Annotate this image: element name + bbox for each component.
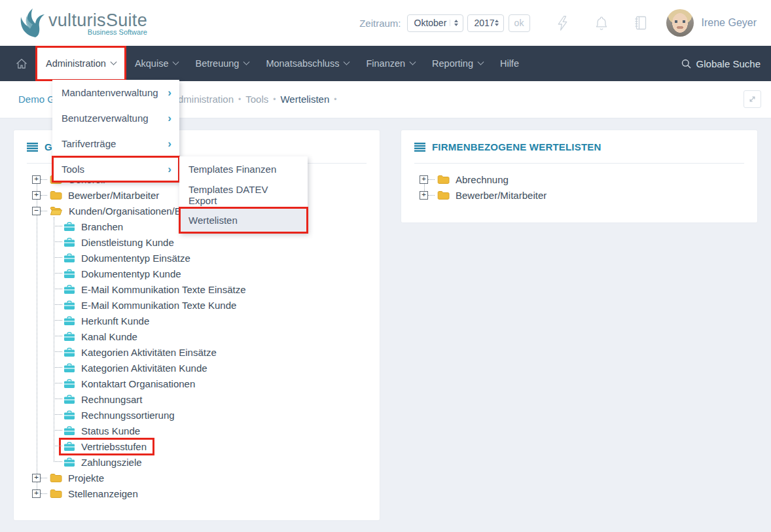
user-avatar[interactable] (666, 9, 694, 37)
tree-item-label[interactable]: Kontaktart Organisationen (81, 378, 195, 389)
nav-item-akquise[interactable]: Akquise (126, 46, 187, 81)
menu-item-tarifvertr-ge[interactable]: Tarifverträge› (52, 131, 179, 156)
tree-item-vertriebsstufen[interactable]: Vertriebsstufen (27, 438, 380, 454)
tree-item-abrechnung[interactable]: +Abrechnung (414, 171, 757, 187)
tree-item-herkunft-kunde[interactable]: Herkunft Kunde (27, 313, 380, 328)
tree-item-kategorien-aktivit-ten-kunde[interactable]: Kategorien Aktivitäten Kunde (27, 360, 380, 376)
app-logo[interactable]: vulturisSuite Business Software (17, 7, 147, 39)
tree-item-dokumententyp-eins-tze[interactable]: Dokumententyp Einsätze (27, 250, 380, 266)
tree-item-label[interactable]: E-Mail Kommunikation Texte Einsätze (81, 284, 246, 295)
tree-item-rechnungsart[interactable]: Rechnungsart (27, 391, 380, 407)
tree-item-e-mail-kommunikation-texte-eins-tze[interactable]: E-Mail Kommunikation Texte Einsätze (27, 281, 380, 297)
nav-item-hilfe[interactable]: Hilfe (492, 46, 528, 81)
user-name[interactable]: Irene Geyer (702, 17, 757, 29)
breadcrumb-item-tools[interactable]: Tools (245, 94, 268, 105)
submenu-item-templates-finanzen[interactable]: Templates Finanzen (179, 156, 308, 182)
folder-icon (50, 472, 62, 483)
tree-connector (41, 478, 47, 478)
tree-item-stellenanzeigen[interactable]: +Stellenanzeigen (27, 486, 380, 501)
tree-item-label[interactable]: Kanal Kunde (81, 331, 137, 342)
menu-item-benutzerverwaltung[interactable]: Benutzerverwaltung› (52, 105, 179, 131)
menu-item-tools[interactable]: Tools› (52, 156, 179, 182)
nav-item-administration[interactable]: Administration (35, 46, 126, 81)
tree-item-label[interactable]: Branchen (81, 221, 123, 232)
month-select-value: Oktober (414, 18, 447, 28)
folder-icon (437, 190, 450, 200)
list-icon (27, 143, 38, 152)
tree-item-status-kunde[interactable]: Status Kunde (27, 423, 380, 438)
nav-item-label: Administration (46, 58, 106, 69)
nav-item-monatsabschluss[interactable]: Monatsabschluss (257, 46, 357, 81)
chevron-right-icon: › (168, 87, 171, 98)
tree-item-label[interactable]: Status Kunde (81, 425, 140, 436)
ok-button[interactable]: ok (509, 14, 530, 32)
tree-item-label[interactable]: Dokumententyp Kunde (81, 268, 181, 279)
tree-item-label[interactable]: Zahlungsziele (81, 457, 142, 468)
menu-item-label: Templates Finanzen (188, 164, 276, 175)
chevron-right-icon: › (168, 164, 171, 175)
submenu-item-templates-datev-export[interactable]: Templates DATEV Export (179, 182, 308, 207)
tree-item-dienstleistung-kunde[interactable]: Dienstleistung Kunde (27, 234, 380, 250)
tree-item-rechnungssortierung[interactable]: Rechnungssortierung (27, 407, 380, 423)
breadcrumb-separator: • (273, 95, 276, 104)
nav-item-betreuung[interactable]: Betreuung (187, 46, 257, 81)
tree-item-label[interactable]: Dienstleistung Kunde (81, 237, 174, 248)
tree-connector (41, 179, 47, 180)
global-search-label: Globale Suche (696, 58, 761, 69)
menu-item-mandantenverwaltung[interactable]: Mandantenverwaltung› (52, 80, 179, 105)
tree-item-projekte[interactable]: +Projekte (27, 470, 380, 486)
tree-item-label[interactable]: Kategorien Aktivitäten Kunde (81, 363, 207, 374)
tree-item-label[interactable]: Abrechnung (456, 174, 509, 185)
nav-item-label: Finanzen (366, 58, 405, 69)
bell-icon[interactable] (595, 16, 608, 31)
tree-expander-icon[interactable]: + (420, 191, 428, 200)
tree-item-label[interactable]: Kategorien Aktivitäten Einsätze (81, 347, 217, 358)
breadcrumb-item-administration[interactable]: Administration (171, 94, 234, 105)
top-header: vulturisSuite Business Software Zeitraum… (0, 0, 771, 46)
tree-expander-icon[interactable]: + (32, 474, 41, 482)
tree-connector (41, 493, 47, 494)
contacts-icon[interactable] (634, 16, 647, 30)
tree-item-dokumententyp-kunde[interactable]: Dokumententyp Kunde (27, 266, 380, 281)
tree-item-kanal-kunde[interactable]: Kanal Kunde (27, 328, 380, 344)
submenu-item-wertelisten[interactable]: Wertelisten (179, 207, 308, 233)
tree-expander-icon[interactable]: + (420, 175, 428, 184)
tree-item-label[interactable]: Bewerber/Mitarbeiter (68, 190, 159, 201)
spinner-icon (450, 20, 458, 26)
briefcase-icon (63, 410, 75, 420)
tree-item-e-mail-kommunikation-texte-kunde[interactable]: E-Mail Kommunikation Texte Kunde (27, 297, 380, 313)
folder-open-icon (50, 205, 63, 216)
briefcase-icon (63, 379, 75, 389)
tree-expander-icon[interactable]: + (32, 489, 41, 498)
nav-item-label: Akquise (135, 58, 169, 69)
tools-submenu: Templates FinanzenTemplates DATEV Export… (179, 156, 308, 233)
tree-item-bewerber-mitarbeiter[interactable]: +Bewerber/Mitarbeiter (414, 187, 757, 203)
tree-item-label[interactable]: Stellenanzeigen (68, 488, 138, 499)
tree-item-label[interactable]: Rechnungsart (81, 394, 142, 405)
tree-item-label[interactable]: Bewerber/Mitarbeiter (456, 190, 547, 201)
tree-expander-icon[interactable]: + (32, 191, 41, 200)
tree-item-zahlungsziele[interactable]: Zahlungsziele (27, 454, 380, 470)
global-search[interactable]: Globale Suche (681, 58, 761, 69)
tree-item-label[interactable]: Herkunft Kunde (81, 315, 149, 327)
tree-expander-icon[interactable]: − (32, 207, 41, 215)
fullscreen-toggle-button[interactable] (744, 90, 761, 108)
breadcrumb-item-wertelisten[interactable]: Wertelisten (280, 94, 329, 105)
tree-item-kategorien-aktivit-ten-eins-tze[interactable]: Kategorien Aktivitäten Einsätze (27, 344, 380, 360)
folder-icon (50, 488, 62, 499)
nav-item-finanzen[interactable]: Finanzen (357, 46, 423, 81)
year-select[interactable]: 2017 (467, 14, 504, 32)
month-select[interactable]: Oktober (407, 14, 463, 32)
tree-item-label[interactable]: Rechnungssortierung (81, 410, 175, 421)
tree-item-label[interactable]: Dokumententyp Einsätze (81, 253, 190, 264)
tree-expander-icon[interactable]: + (32, 175, 41, 184)
tree-item-label[interactable]: Projekte (68, 472, 104, 484)
tree-item-label[interactable]: E-Mail Kommunikation Texte Kunde (81, 300, 236, 311)
tree-item-kontaktart-organisationen[interactable]: Kontaktart Organisationen (27, 376, 380, 391)
tree-item-label[interactable]: Vertriebsstufen (81, 441, 147, 452)
home-icon[interactable] (16, 58, 27, 69)
bolt-icon[interactable] (556, 16, 569, 31)
nav-item-reporting[interactable]: Reporting (423, 46, 492, 81)
breadcrumb-client[interactable]: Demo G (18, 94, 55, 105)
menu-item-label: Mandantenverwaltung (62, 87, 158, 98)
